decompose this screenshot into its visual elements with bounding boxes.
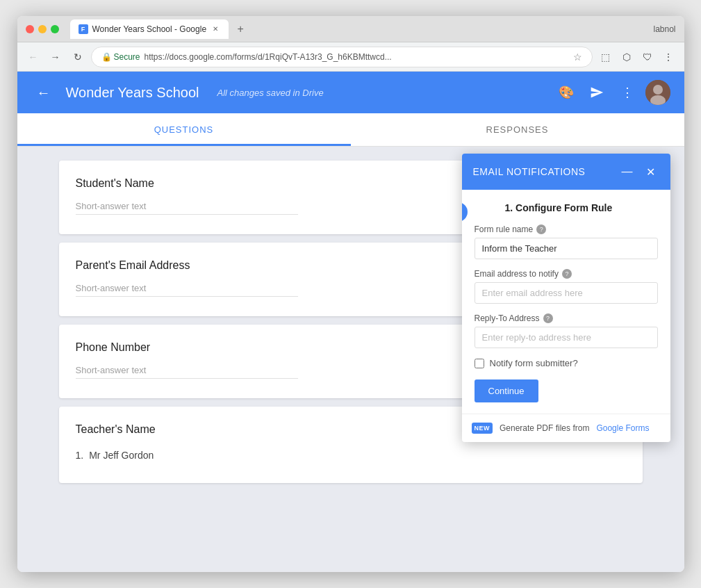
address-input[interactable]: 🔒 Secure https://docs.google.com/forms/d… <box>91 47 593 67</box>
minimize-panel-button[interactable]: — <box>619 163 636 180</box>
toolbar-icons: ⬚ ⬡ 🛡 ⋮ <box>597 48 677 66</box>
panel-body: 1 1. Configure Form Rule Form rule name … <box>462 190 670 414</box>
footer-text: Generate PDF files from <box>500 423 589 433</box>
traffic-lights <box>26 25 59 33</box>
student-name-answer: Short-answer text <box>76 201 298 215</box>
parent-email-answer: Short-answer text <box>76 283 298 297</box>
active-tab[interactable]: F Wonder Years School - Google ✕ <box>70 19 229 39</box>
palette-button[interactable]: 🎨 <box>554 80 579 105</box>
form-title: Wonder Years School <box>66 85 199 101</box>
step-badge: 1 <box>462 202 468 222</box>
email-notify-group: Email address to notify ? <box>475 269 658 304</box>
rule-name-group: Form rule name ? <box>475 224 658 259</box>
window-label: labnol <box>653 24 675 34</box>
tab-close-button[interactable]: ✕ <box>211 24 220 34</box>
tab-questions[interactable]: QUESTIONS <box>17 113 351 146</box>
reply-to-help-icon[interactable]: ? <box>543 313 553 323</box>
tab-favicon: F <box>79 24 88 34</box>
phone-number-answer: Short-answer text <box>76 365 298 379</box>
tab-bar: F Wonder Years School - Google ✕ + <box>70 19 648 39</box>
bookmark-icon[interactable]: ☆ <box>573 51 582 63</box>
email-notifications-panel: EMAIL NOTIFICATIONS — ✕ 1 1. Configure F… <box>462 154 670 442</box>
panel-footer: NEW Generate PDF files from Google Forms <box>462 414 670 442</box>
step-title: 1. Configure Form Rule <box>505 202 658 213</box>
tab-responses[interactable]: RESPONSES <box>351 113 684 146</box>
panel-title: EMAIL NOTIFICATIONS <box>473 166 586 177</box>
new-badge: NEW <box>472 423 493 434</box>
back-button[interactable]: ← <box>31 80 56 105</box>
address-url: https://docs.google.com/forms/d/1RqiQvT-… <box>145 52 392 62</box>
new-tab-button[interactable]: + <box>231 20 249 38</box>
send-button[interactable] <box>584 80 609 105</box>
google-forms-link[interactable]: Google Forms <box>596 423 649 433</box>
form-tabs: QUESTIONS RESPONSES <box>17 113 684 147</box>
rule-name-help-icon[interactable]: ? <box>536 224 546 234</box>
step-section: 1 1. Configure Form Rule <box>475 202 658 213</box>
email-notify-input[interactable] <box>475 282 658 304</box>
reply-to-input[interactable] <box>475 327 658 348</box>
refresh-nav-button[interactable]: ↻ <box>69 48 87 66</box>
rule-name-label: Form rule name ? <box>475 224 658 234</box>
svg-point-1 <box>653 85 663 95</box>
main-content: Student's Name Short-answer text Parent'… <box>17 147 684 572</box>
panel-header-actions: — ✕ <box>619 163 659 180</box>
email-notify-label: Email address to notify ? <box>475 269 658 279</box>
address-bar: ← → ↻ 🔒 Secure https://docs.google.com/f… <box>17 42 684 72</box>
reply-to-group: Reply-To Address ? <box>475 313 658 348</box>
extension-icon[interactable]: ⬡ <box>618 48 636 66</box>
header-actions: 🎨 ⋮ <box>554 80 670 105</box>
email-notify-help-icon[interactable]: ? <box>562 269 572 279</box>
close-button[interactable] <box>26 25 34 33</box>
title-bar: F Wonder Years School - Google ✕ + labno… <box>17 16 684 42</box>
notify-submitter-label: Notify form submitter? <box>490 358 578 368</box>
close-panel-button[interactable]: ✕ <box>643 163 659 180</box>
more-tools-icon[interactable]: ⋮ <box>659 48 677 66</box>
browser-window: F Wonder Years School - Google ✕ + labno… <box>17 16 684 572</box>
notify-submitter-checkbox[interactable] <box>475 359 484 368</box>
continue-button[interactable]: Continue <box>475 379 538 402</box>
reply-to-label: Reply-To Address ? <box>475 313 658 323</box>
cast-icon[interactable]: ⬚ <box>597 48 615 66</box>
tab-title: Wonder Years School - Google <box>92 24 207 34</box>
back-nav-button[interactable]: ← <box>24 48 42 66</box>
more-options-button[interactable]: ⋮ <box>615 80 640 105</box>
rule-name-input[interactable] <box>475 238 658 259</box>
shield-icon[interactable]: 🛡 <box>638 48 657 66</box>
forward-nav-button[interactable]: → <box>47 48 65 66</box>
saved-status: All changes saved in Drive <box>217 88 323 98</box>
panel-header: EMAIL NOTIFICATIONS — ✕ <box>462 154 670 190</box>
teacher-option: 1. Mr Jeff Gordon <box>76 447 626 464</box>
forms-header: ← Wonder Years School All changes saved … <box>17 72 684 113</box>
secure-badge: 🔒 Secure <box>101 52 140 62</box>
minimize-button[interactable] <box>38 25 47 33</box>
fullscreen-button[interactable] <box>51 25 59 33</box>
notify-submitter-row: Notify form submitter? <box>475 358 658 368</box>
user-avatar[interactable] <box>645 80 670 105</box>
